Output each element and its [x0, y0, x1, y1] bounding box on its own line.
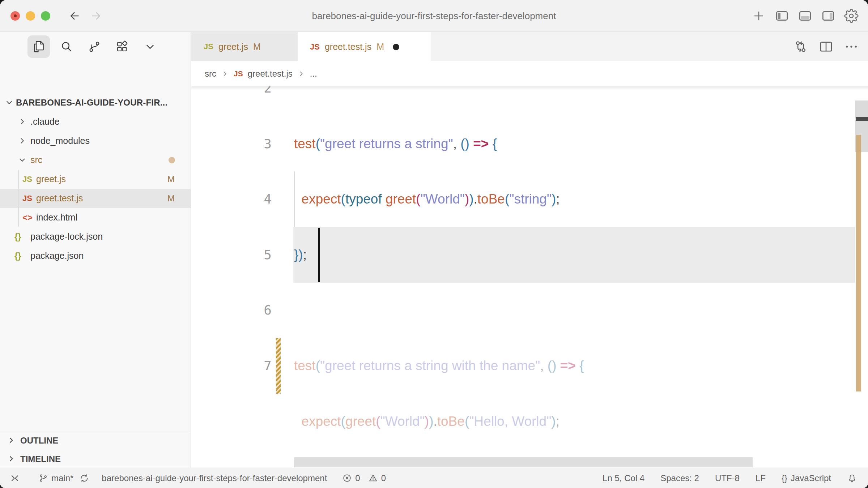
tree-item-greet-js[interactable]: JS greet.js M	[0, 170, 191, 189]
tree-item-src[interactable]: src	[0, 150, 191, 170]
vscode-window: barebones-ai-guide-your-first-steps-for-…	[0, 0, 868, 488]
breadcrumb-file[interactable]: greet.test.js	[248, 69, 293, 79]
language-label: JavaScript	[791, 473, 831, 483]
outline-section-header[interactable]: OUTLINE	[0, 431, 191, 450]
tree-item-package-lock-json[interactable]: {} package-lock.json	[0, 227, 191, 246]
toggle-sidebar-left-icon[interactable]	[775, 9, 789, 23]
language-mode[interactable]: {} JavaScript	[782, 473, 831, 483]
cursor-position[interactable]: Ln 5, Col 4	[603, 473, 644, 483]
status-bar: main* barebones-ai-guide-your-first-step…	[0, 468, 868, 488]
text-cursor	[318, 228, 320, 282]
git-modified-badge: M	[167, 170, 175, 189]
gutter-modified-decoration	[276, 338, 281, 394]
errors-indicator[interactable]: 0	[342, 473, 360, 483]
folder-label: node_modules	[30, 131, 90, 150]
tree-item-node-modules[interactable]: node_modules	[0, 131, 191, 150]
project-name[interactable]: barebones-ai-guide-your-first-steps-for-…	[102, 473, 327, 483]
tab-label: greet.js	[218, 42, 248, 52]
encoding-setting[interactable]: UTF-8	[715, 473, 740, 483]
split-editor-icon[interactable]	[818, 39, 834, 55]
tree-item-root[interactable]: BAREBONES-AI-GUIDE-YOUR-FIR...	[0, 93, 191, 112]
branch-indicator[interactable]: main*	[38, 473, 73, 483]
horizontal-scrollbar[interactable]	[294, 457, 753, 467]
explorer-icon[interactable]	[27, 35, 50, 58]
remote-indicator-icon[interactable]	[9, 473, 20, 484]
git-modified-badge: M	[253, 42, 261, 52]
code-line-6[interactable]: 6	[191, 282, 868, 338]
folder-label: .claude	[30, 112, 60, 131]
new-window-plus-icon[interactable]	[752, 9, 766, 23]
extensions-icon[interactable]	[111, 35, 133, 58]
line-number[interactable]: 4	[191, 171, 272, 227]
toggle-sidebar-right-icon[interactable]	[821, 9, 835, 23]
search-icon[interactable]	[55, 35, 78, 58]
tree-item-greet-test-js[interactable]: JS greet.test.js M	[0, 189, 191, 208]
branch-name: main*	[51, 473, 73, 483]
tree-item-claude[interactable]: .claude	[0, 112, 191, 131]
line-number[interactable]: 7	[191, 338, 272, 394]
more-views-chevron-icon[interactable]	[139, 35, 161, 58]
line-number[interactable]: 6	[191, 282, 272, 338]
unsaved-dirty-dot[interactable]	[393, 44, 399, 50]
current-line-highlight	[293, 227, 855, 283]
code-line-7[interactable]: 7test("greet returns a string with the n…	[191, 338, 868, 394]
chevron-right-icon	[17, 117, 27, 127]
timeline-section-header[interactable]: TIMELINE	[0, 450, 191, 468]
breadcrumb-src[interactable]: src	[205, 69, 216, 79]
breadcrumb-symbol-ellipsis[interactable]: ...	[310, 69, 317, 79]
code-text: test("greet returns a string with the na…	[294, 338, 584, 394]
code-text: test("greet returns a string", () => {	[294, 116, 497, 172]
warnings-indicator[interactable]: 0	[368, 473, 386, 483]
breadcrumb: src JS greet.test.js ...	[191, 61, 868, 86]
code-editor[interactable]: 23test("greet returns a string", () => {…	[191, 86, 868, 468]
line-number[interactable]: 3	[191, 116, 272, 172]
git-branch-icon	[38, 473, 48, 483]
js-file-icon: JS	[234, 69, 243, 78]
js-test-file-icon: JS	[310, 42, 320, 52]
js-test-file-icon: JS	[22, 189, 32, 208]
window-title: barebones-ai-guide-your-first-steps-for-…	[0, 0, 868, 32]
line-number[interactable]: 5	[191, 227, 272, 283]
html-file-icon: <>	[22, 208, 33, 227]
line-number[interactable]: 2	[191, 86, 272, 116]
code-line-3[interactable]: 3test("greet returns a string", () => {	[191, 116, 868, 172]
code-line-5[interactable]: 5});	[191, 227, 868, 283]
sync-icon[interactable]	[79, 473, 89, 483]
more-actions-ellipsis-icon[interactable]	[843, 39, 859, 55]
indentation-setting[interactable]: Spaces: 2	[660, 473, 699, 483]
settings-gear-icon[interactable]	[844, 9, 859, 23]
file-label: index.html	[36, 208, 77, 227]
code-line-2[interactable]: 2	[191, 86, 868, 116]
tree-item-package-json[interactable]: {} package.json	[0, 246, 191, 265]
error-count: 0	[355, 473, 360, 483]
git-modified-badge: M	[376, 42, 384, 52]
open-changes-icon[interactable]	[793, 39, 809, 55]
chevron-right-icon	[17, 136, 27, 146]
tree-item-index-html[interactable]: <> index.html	[0, 208, 191, 227]
git-modified-badge: M	[167, 189, 175, 208]
file-label: greet.js	[36, 170, 66, 189]
tab-greet-test-js[interactable]: JS greet.test.js M	[298, 32, 431, 61]
code-line-8[interactable]: expect(greet("World")).toBe("Hello, Worl…	[191, 394, 868, 449]
overview-ruler-cursor-mark	[856, 117, 868, 121]
source-control-icon[interactable]	[83, 35, 106, 58]
file-label: package-lock.json	[30, 227, 103, 246]
scroll-shadow	[191, 86, 868, 90]
chevron-right-icon	[221, 70, 229, 78]
notifications-bell-icon[interactable]	[847, 473, 857, 483]
sidebar: BAREBONES-AI-GUIDE-YOUR-FIR... .claude n…	[0, 32, 191, 468]
activity-bar	[0, 32, 191, 61]
code-text: expect(typeof greet("World")).toBe("stri…	[294, 171, 560, 227]
code-line-4[interactable]: 4 expect(typeof greet("World")).toBe("st…	[191, 171, 868, 227]
tab-greet-js[interactable]: JS greet.js M	[191, 32, 298, 61]
warning-icon	[368, 473, 378, 483]
chevron-down-icon	[17, 155, 27, 165]
toggle-panel-icon[interactable]	[798, 9, 812, 23]
warning-count: 0	[381, 473, 386, 483]
eol-setting[interactable]: LF	[756, 473, 766, 483]
tree-indent-guide	[18, 170, 19, 227]
file-label: greet.test.js	[36, 189, 83, 208]
braces-icon: {}	[782, 473, 787, 483]
overview-ruler-modified-mark	[856, 135, 861, 391]
root-folder-label: BAREBONES-AI-GUIDE-YOUR-FIR...	[16, 93, 167, 112]
